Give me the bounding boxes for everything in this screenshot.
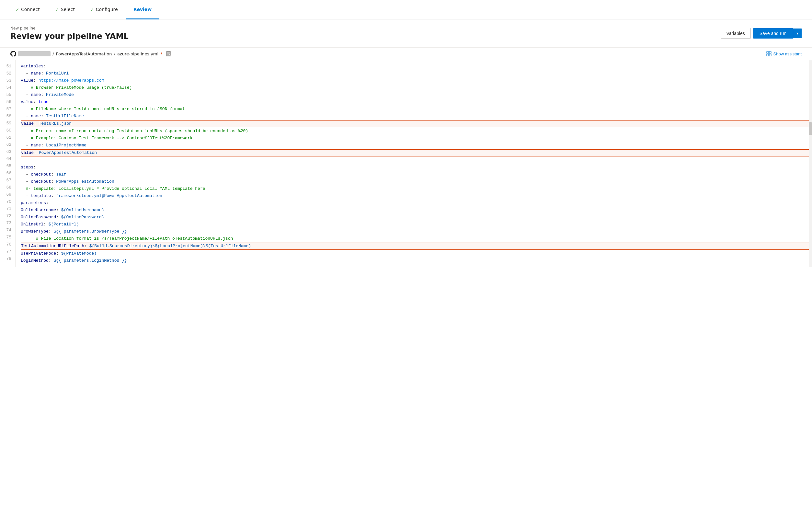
- file-edit-icon[interactable]: [166, 51, 171, 56]
- code-line-61: # Example: Contoso Test Framework --> Co…: [21, 135, 812, 142]
- svg-rect-5: [769, 51, 771, 53]
- code-line-60: # Project name of repo containing TestAu…: [21, 128, 812, 135]
- page-title: Review your pipeline YAML: [10, 32, 129, 41]
- code-line-59: value: TestURLs.json: [21, 120, 812, 127]
- check-icon-configure: ✓: [90, 7, 94, 12]
- assistant-icon: [766, 51, 772, 56]
- code-line-74: BrowserType: ${{ parameters.BrowserType …: [21, 228, 812, 235]
- code-line-76: TestAutomationURLFilePath: $(Build.Sourc…: [21, 242, 812, 250]
- tab-review[interactable]: Review: [126, 0, 160, 19]
- code-line-64: [21, 157, 812, 164]
- line-numbers: 5152535455565758596061626364656667686970…: [0, 60, 16, 267]
- tab-connect-label: Connect: [21, 7, 40, 12]
- code-lines: variables: - name: PortalUrl value: http…: [16, 60, 812, 267]
- svg-rect-7: [769, 54, 771, 56]
- file-path: ██████████ / PowerAppsTestAutomation / a…: [10, 51, 171, 57]
- code-line-69: - template: frameworksteps.yml@PowerApps…: [21, 192, 812, 199]
- scrollbar-thumb[interactable]: [809, 122, 812, 135]
- filename: azure-pipelines.yml: [117, 51, 158, 56]
- tab-configure[interactable]: ✓ Configure: [82, 0, 126, 19]
- scrollbar-track[interactable]: [809, 60, 812, 267]
- code-line-68: #- template: localsteps.yml # Provide op…: [21, 185, 812, 192]
- code-line-57: # FileName where TestAutomationURLs are …: [21, 106, 812, 113]
- tab-select-label: Select: [61, 7, 75, 12]
- code-line-72: OnlinePassword: $(OnlinePassword): [21, 214, 812, 221]
- github-icon: [10, 51, 16, 57]
- tab-review-label: Review: [134, 7, 152, 12]
- tab-connect[interactable]: ✓ Connect: [8, 0, 48, 19]
- code-line-71: OnlineUsername: $(OnlineUsername): [21, 207, 812, 214]
- modified-marker: *: [160, 51, 163, 56]
- save-run-dropdown-button[interactable]: ▾: [793, 28, 802, 38]
- show-assistant-button[interactable]: Show assistant: [766, 51, 802, 56]
- code-line-78: LoginMethod: ${{ parameters.LoginMethod …: [21, 257, 812, 264]
- code-editor-container: 5152535455565758596061626364656667686970…: [0, 60, 812, 267]
- code-line-52: - name: PortalUrl: [21, 70, 812, 77]
- show-assistant-label: Show assistant: [774, 51, 802, 56]
- code-line-53: value: https://make.powerapps.com: [21, 77, 812, 84]
- variables-button[interactable]: Variables: [721, 28, 750, 39]
- code-line-73: OnlineUrl: $(PortalUrl): [21, 221, 812, 228]
- code-line-70: parameters:: [21, 199, 812, 207]
- repo-name: PowerAppsTestAutomation: [56, 51, 112, 56]
- check-icon-select: ✓: [55, 7, 59, 12]
- tab-select[interactable]: ✓ Select: [48, 0, 82, 19]
- code-line-62: - name: LocalProjectName: [21, 142, 812, 149]
- wizard-tabs: ✓ Connect ✓ Select ✓ Configure Review: [0, 0, 812, 19]
- code-editor[interactable]: 5152535455565758596061626364656667686970…: [0, 60, 812, 267]
- header-left: New pipeline Review your pipeline YAML: [10, 26, 129, 41]
- tab-configure-label: Configure: [96, 7, 118, 12]
- code-line-63: value: PowerAppsTestAutomation: [21, 149, 812, 156]
- svg-rect-4: [767, 51, 769, 53]
- code-line-77: UsePrivateMode: $(PrivateMode): [21, 250, 812, 257]
- code-line-75: # File location format is /s/TeamProject…: [21, 235, 812, 242]
- save-run-button[interactable]: Save and run: [753, 28, 793, 38]
- path-separator-2: /: [114, 51, 115, 56]
- code-line-54: # Browser PrivateMode usage (true/false): [21, 84, 812, 91]
- code-line-58: - name: TestUrlFileName: [21, 113, 812, 120]
- svg-rect-6: [767, 54, 769, 56]
- save-run-button-group: Save and run ▾: [753, 28, 802, 38]
- code-line-65: steps:: [21, 164, 812, 171]
- code-line-55: - name: PrivateMode: [21, 91, 812, 99]
- code-line-56: value: true: [21, 99, 812, 106]
- check-icon-connect: ✓: [16, 7, 19, 12]
- page-header: New pipeline Review your pipeline YAML V…: [0, 19, 812, 48]
- file-bar: ██████████ / PowerAppsTestAutomation / a…: [0, 48, 812, 60]
- code-line-67: - checkout: PowerAppsTestAutomation: [21, 178, 812, 185]
- code-line-51: variables:: [21, 63, 812, 70]
- header-actions: Variables Save and run ▾: [721, 28, 802, 39]
- repo-blurred: ██████████: [18, 51, 50, 56]
- code-line-66: - checkout: self: [21, 171, 812, 178]
- breadcrumb: New pipeline: [10, 26, 129, 30]
- path-separator-1: /: [52, 51, 54, 56]
